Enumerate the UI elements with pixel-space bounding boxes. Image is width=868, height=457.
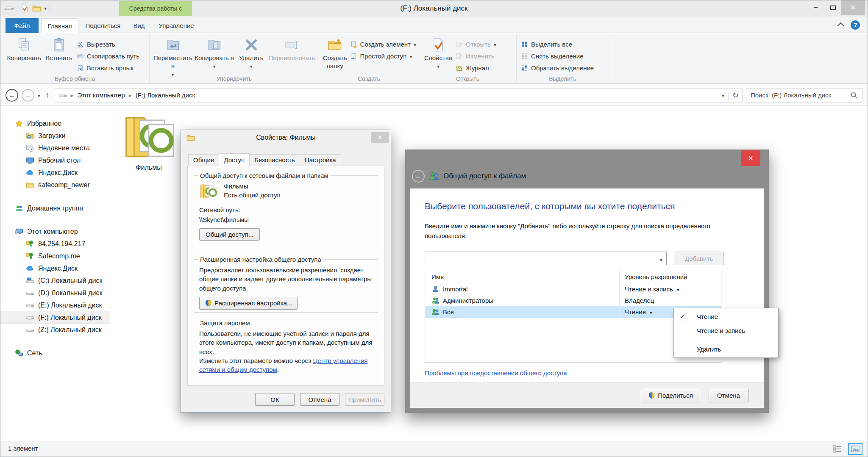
- cancel-button[interactable]: Отмена: [300, 393, 339, 406]
- easy-access-button[interactable]: Простой доступ: [350, 51, 416, 61]
- qat-customize-caret-icon[interactable]: [44, 4, 47, 12]
- advanced-sharing-label: Расширенная настройка...: [214, 299, 292, 307]
- recent-locations-caret-icon[interactable]: [38, 91, 40, 99]
- sidebar-item-recent-places[interactable]: Недавние места: [0, 142, 110, 154]
- sharing-cancel-button[interactable]: Отмена: [709, 389, 748, 402]
- up-button[interactable]: [44, 91, 51, 100]
- tab-manage[interactable]: Управление: [153, 18, 200, 33]
- paste-button[interactable]: Вставить: [44, 35, 74, 62]
- folder-quick-icon[interactable]: [32, 4, 41, 13]
- address-dropdown-caret-icon[interactable]: [722, 91, 724, 99]
- new-folder-button[interactable]: Создать папку: [322, 35, 348, 70]
- rename-button[interactable]: Переименовать: [267, 35, 316, 62]
- close-button[interactable]: [841, 0, 865, 15]
- sidebar-item-safecomp-me[interactable]: Safecomp.me: [0, 250, 110, 262]
- share-access-button[interactable]: Общий доступ...: [199, 228, 260, 241]
- sharing-close-button[interactable]: [741, 150, 760, 166]
- folder-tile-label: Фильмы: [116, 164, 182, 172]
- permission-caret-icon[interactable]: [649, 308, 653, 316]
- properties-button[interactable]: Свойства: [422, 35, 455, 70]
- sidebar-item-network[interactable]: Сеть: [0, 347, 110, 359]
- sidebar-item-drive-c[interactable]: (C:) Локальный диск: [0, 274, 110, 287]
- menu-item-read-write[interactable]: Чтение и запись: [674, 324, 778, 338]
- help-icon[interactable]: [851, 20, 860, 30]
- sidebar-item-yandex-disk[interactable]: Яндекс.Диск: [0, 166, 110, 179]
- open-button[interactable]: Открыть: [456, 39, 496, 49]
- tab-general[interactable]: Общие: [188, 154, 219, 167]
- paste-shortcut-button[interactable]: Вставить ярлык: [77, 63, 139, 73]
- select-all-button[interactable]: Выделить все: [521, 39, 594, 49]
- column-header-permission[interactable]: Уровень разрешений: [619, 270, 721, 283]
- edit-button[interactable]: Изменить: [456, 51, 496, 61]
- add-button[interactable]: Добавить: [674, 252, 724, 265]
- menu-item-label: Чтение: [697, 313, 718, 320]
- sidebar-item-drive-d[interactable]: (D:) Локальный диск: [0, 287, 110, 299]
- menu-item-remove[interactable]: Удалить: [674, 342, 778, 356]
- properties-quick-icon[interactable]: [20, 4, 29, 13]
- sidebar-item-homegroup[interactable]: Домашняя группа: [0, 202, 110, 214]
- tab-file[interactable]: Файл: [6, 18, 39, 33]
- maximize-button[interactable]: [824, 0, 841, 15]
- user-combobox[interactable]: [425, 252, 667, 265]
- sidebar-item-downloads[interactable]: Загрузки: [0, 130, 110, 142]
- password-protection-groupbox: Защита паролем Пользователи, не имеющие …: [194, 323, 378, 387]
- network-folder-icon: [26, 252, 34, 260]
- folder-tile-films[interactable]: Фильмы: [116, 109, 182, 172]
- apply-button[interactable]: Применить: [345, 393, 384, 406]
- ok-button[interactable]: ОК: [255, 393, 295, 406]
- minimize-button[interactable]: [807, 0, 824, 15]
- share-button[interactable]: Поделиться: [641, 389, 700, 402]
- breadcrumb-item-computer[interactable]: Этот компьютер: [78, 91, 125, 99]
- sidebar-item-this-pc[interactable]: Этот компьютер: [0, 225, 110, 238]
- breadcrumb-item-drive[interactable]: (F:) Локальный диск: [136, 91, 195, 99]
- advanced-sharing-button[interactable]: Расширенная настройка...: [199, 297, 298, 310]
- sidebar-item-yandex-disk-2[interactable]: Яндекс.Диск: [0, 262, 110, 274]
- move-to-button[interactable]: Переместить в: [152, 35, 194, 78]
- tab-home[interactable]: Главная: [41, 18, 78, 33]
- groupbox-label: Общий доступ к сетевым файлам и папкам: [198, 172, 331, 179]
- column-header-name[interactable]: Имя: [425, 270, 619, 283]
- sidebar-item-drive-f[interactable]: (F:) Локальный диск: [0, 311, 110, 324]
- copy-button[interactable]: Копировать: [5, 35, 44, 62]
- sidebar-item-desktop[interactable]: Рабочий стол: [0, 154, 110, 166]
- collapse-ribbon-icon[interactable]: [837, 22, 844, 29]
- back-button[interactable]: [6, 89, 18, 102]
- properties-close-button[interactable]: [371, 132, 389, 143]
- cut-button[interactable]: Вырезать: [77, 39, 139, 49]
- cut-label: Вырезать: [87, 41, 115, 48]
- thumbnails-view-button[interactable]: [848, 443, 862, 455]
- star-icon: [15, 119, 23, 128]
- sidebar-item-drive-z[interactable]: (Z:) Локальный диск: [0, 324, 110, 336]
- sidebar-item-favorites[interactable]: Избранное: [0, 117, 110, 130]
- user-combobox-input[interactable]: [425, 252, 666, 265]
- select-none-button[interactable]: Снять выделение: [521, 51, 594, 61]
- search-input[interactable]: Поиск: (F:) Локальный диск: [746, 88, 862, 102]
- forward-button[interactable]: [22, 89, 34, 102]
- permission-caret-icon[interactable]: [676, 285, 680, 293]
- copy-path-button[interactable]: Скопировать путь: [77, 51, 139, 61]
- invert-selection-button[interactable]: Обратить выделение: [521, 63, 594, 73]
- breadcrumb[interactable]: Этот компьютер (F:) Локальный диск: [55, 88, 743, 102]
- copy-to-button[interactable]: Копировать в: [194, 35, 235, 70]
- delete-button[interactable]: Удалить: [235, 35, 267, 70]
- combobox-caret-icon[interactable]: [660, 256, 662, 263]
- history-button[interactable]: Журнал: [456, 63, 496, 73]
- tab-view[interactable]: Вид: [127, 18, 151, 33]
- details-view-button[interactable]: [830, 443, 845, 455]
- dvd-folder-icon: [122, 109, 176, 163]
- tab-sharing[interactable]: Доступ: [219, 153, 250, 166]
- tab-share[interactable]: Поделиться: [81, 18, 125, 33]
- sidebar-item-drive-e[interactable]: (E:) Локальный диск: [0, 299, 110, 311]
- new-item-button[interactable]: Создать элемент: [350, 39, 416, 49]
- refresh-icon[interactable]: [732, 91, 739, 100]
- table-row[interactable]: Immortal Чтение и запись: [425, 283, 721, 295]
- sidebar-item-ip-84[interactable]: 84.254.194.217: [0, 238, 110, 250]
- sharing-problems-link[interactable]: Проблемы при предоставлении общего досту…: [425, 369, 567, 377]
- sidebar-item-safecomp-newer[interactable]: safecomp_newer: [0, 179, 110, 191]
- tab-security[interactable]: Безопасность: [249, 154, 300, 167]
- menu-item-read[interactable]: Чтение: [674, 310, 778, 324]
- desktop-icon: [26, 156, 34, 165]
- table-row[interactable]: Администраторы Владелец: [425, 295, 721, 306]
- tab-customize[interactable]: Настройка: [300, 154, 341, 167]
- back-button[interactable]: [412, 170, 425, 183]
